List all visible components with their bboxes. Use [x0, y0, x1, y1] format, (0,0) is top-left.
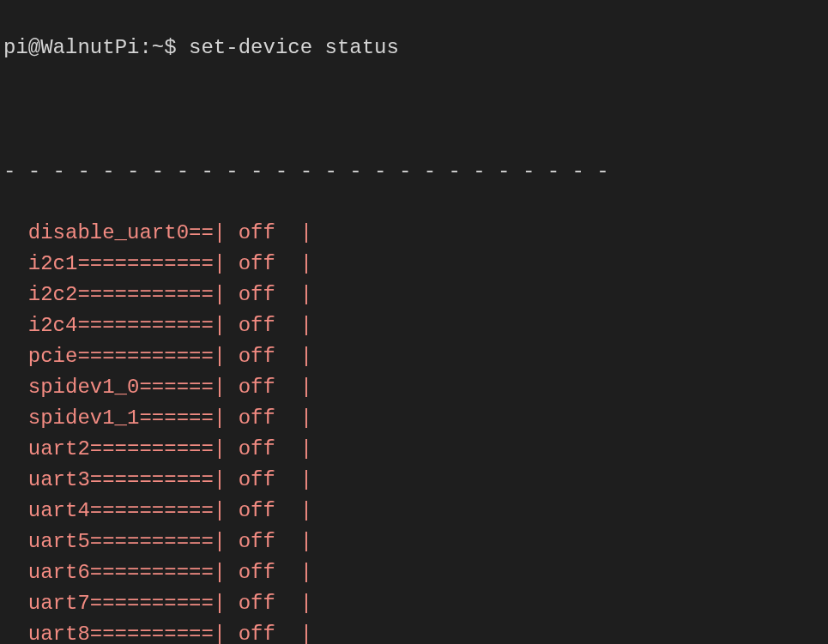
device-status-list: disable_uart0==| off | i2c1===========| … [3, 218, 825, 644]
device-status-row: uart3==========| off | [3, 465, 825, 496]
device-status-row: i2c1===========| off | [3, 249, 825, 280]
device-status-row: uart4==========| off | [3, 496, 825, 527]
device-status-row: i2c2===========| off | [3, 280, 825, 310]
prompt-user-host: pi@WalnutPi [3, 36, 139, 59]
prompt-path: :~ [139, 36, 164, 59]
device-status-row: uart2==========| off | [3, 434, 825, 465]
top-border: - - - - - - - - - - - - - - - - - - - - … [3, 156, 825, 187]
device-status-row: uart8==========| off | [3, 619, 825, 644]
device-status-row: i2c4===========| off | [3, 310, 825, 341]
prompt-symbol: $ [164, 36, 189, 59]
device-status-row: uart6==========| off | [3, 557, 825, 588]
device-status-row: spidev1_0======| off | [3, 372, 825, 403]
device-status-row: disable_uart0==| off | [3, 218, 825, 249]
command-text: set-device status [189, 36, 399, 59]
device-status-row: spidev1_1======| off | [3, 403, 825, 434]
command-prompt-line[interactable]: pi@WalnutPi:~$ set-device status [3, 33, 825, 63]
blank-line [3, 94, 825, 125]
terminal-output: pi@WalnutPi:~$ set-device status - - - -… [0, 0, 828, 644]
device-status-row: uart7==========| off | [3, 588, 825, 619]
device-status-row: pcie===========| off | [3, 341, 825, 372]
device-status-row: uart5==========| off | [3, 527, 825, 557]
